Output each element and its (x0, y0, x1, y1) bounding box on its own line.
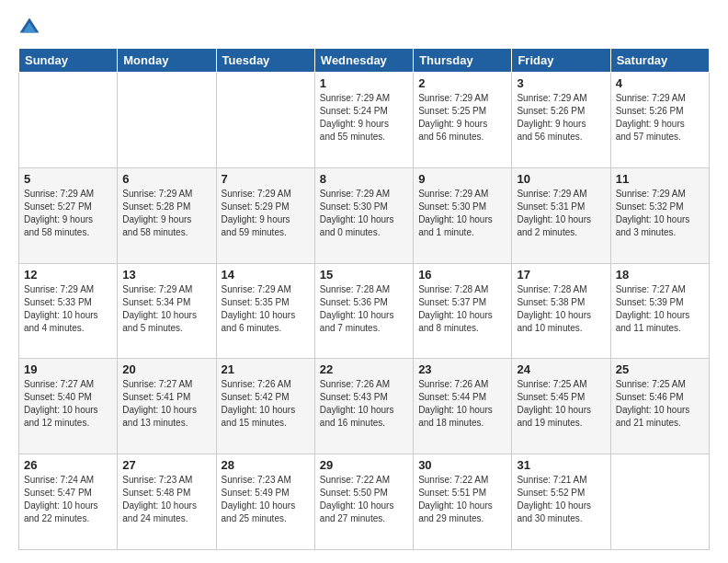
calendar-week-row: 12Sunrise: 7:29 AMSunset: 5:33 PMDayligh… (19, 263, 710, 359)
day-detail: Sunrise: 7:29 AMSunset: 5:30 PMDaylight:… (418, 188, 506, 239)
day-number: 19 (24, 362, 112, 376)
day-detail: Sunrise: 7:25 AMSunset: 5:45 PMDaylight:… (517, 378, 605, 430)
day-number: 11 (616, 172, 704, 186)
day-detail: Sunrise: 7:27 AMSunset: 5:40 PMDaylight:… (24, 378, 112, 430)
calendar-cell: 29Sunrise: 7:22 AMSunset: 5:50 PMDayligh… (314, 454, 413, 550)
day-number: 27 (122, 458, 210, 472)
day-detail: Sunrise: 7:29 AMSunset: 5:29 PMDaylight:… (222, 188, 310, 239)
day-number: 13 (122, 268, 210, 282)
header (18, 17, 710, 39)
day-detail: Sunrise: 7:27 AMSunset: 5:39 PMDaylight:… (616, 283, 704, 335)
day-detail: Sunrise: 7:28 AMSunset: 5:38 PMDaylight:… (517, 283, 605, 335)
weekday-header: Saturday (610, 49, 709, 73)
day-number: 25 (616, 362, 704, 376)
weekday-header: Friday (512, 49, 610, 73)
day-detail: Sunrise: 7:22 AMSunset: 5:50 PMDaylight:… (320, 474, 408, 525)
calendar-cell: 5Sunrise: 7:29 AMSunset: 5:27 PMDaylight… (19, 167, 118, 263)
day-detail: Sunrise: 7:29 AMSunset: 5:34 PMDaylight:… (122, 283, 210, 335)
day-number: 6 (122, 172, 210, 186)
page: SundayMondayTuesdayWednesdayThursdayFrid… (0, 0, 728, 563)
calendar-cell (19, 73, 118, 168)
calendar-cell (610, 454, 709, 550)
day-number: 7 (222, 172, 310, 186)
calendar-cell (118, 73, 216, 168)
day-detail: Sunrise: 7:29 AMSunset: 5:24 PMDaylight:… (320, 92, 408, 144)
day-number: 30 (418, 458, 506, 472)
day-detail: Sunrise: 7:29 AMSunset: 5:26 PMDaylight:… (616, 92, 704, 144)
day-detail: Sunrise: 7:28 AMSunset: 5:36 PMDaylight:… (320, 283, 408, 335)
day-number: 15 (320, 268, 408, 282)
day-detail: Sunrise: 7:23 AMSunset: 5:49 PMDaylight:… (222, 474, 310, 525)
day-detail: Sunrise: 7:26 AMSunset: 5:42 PMDaylight:… (222, 378, 310, 430)
day-number: 10 (517, 172, 605, 186)
calendar-cell: 14Sunrise: 7:29 AMSunset: 5:35 PMDayligh… (216, 263, 314, 359)
calendar-week-row: 19Sunrise: 7:27 AMSunset: 5:40 PMDayligh… (19, 359, 710, 454)
calendar-cell: 6Sunrise: 7:29 AMSunset: 5:28 PMDaylight… (118, 167, 216, 263)
day-detail: Sunrise: 7:24 AMSunset: 5:47 PMDaylight:… (24, 474, 112, 525)
day-detail: Sunrise: 7:28 AMSunset: 5:37 PMDaylight:… (418, 283, 506, 335)
day-number: 9 (418, 172, 506, 186)
day-number: 8 (320, 172, 408, 186)
weekday-header: Tuesday (216, 49, 314, 73)
calendar-cell: 24Sunrise: 7:25 AMSunset: 5:45 PMDayligh… (512, 359, 610, 454)
calendar-cell: 9Sunrise: 7:29 AMSunset: 5:30 PMDaylight… (414, 167, 512, 263)
day-number: 14 (222, 268, 310, 282)
day-number: 28 (222, 458, 310, 472)
calendar-cell: 19Sunrise: 7:27 AMSunset: 5:40 PMDayligh… (19, 359, 118, 454)
day-number: 26 (24, 458, 112, 472)
day-detail: Sunrise: 7:25 AMSunset: 5:46 PMDaylight:… (616, 378, 704, 430)
day-number: 2 (418, 76, 506, 90)
day-detail: Sunrise: 7:26 AMSunset: 5:43 PMDaylight:… (320, 378, 408, 430)
day-number: 12 (24, 268, 112, 282)
calendar-cell: 22Sunrise: 7:26 AMSunset: 5:43 PMDayligh… (314, 359, 413, 454)
calendar-cell: 15Sunrise: 7:28 AMSunset: 5:36 PMDayligh… (314, 263, 413, 359)
calendar-cell: 26Sunrise: 7:24 AMSunset: 5:47 PMDayligh… (19, 454, 118, 550)
calendar-cell: 27Sunrise: 7:23 AMSunset: 5:48 PMDayligh… (118, 454, 216, 550)
calendar-cell: 10Sunrise: 7:29 AMSunset: 5:31 PMDayligh… (512, 167, 610, 263)
calendar-cell: 18Sunrise: 7:27 AMSunset: 5:39 PMDayligh… (610, 263, 709, 359)
calendar-cell: 2Sunrise: 7:29 AMSunset: 5:25 PMDaylight… (414, 73, 512, 168)
weekday-header: Wednesday (314, 49, 413, 73)
calendar-cell: 16Sunrise: 7:28 AMSunset: 5:37 PMDayligh… (414, 263, 512, 359)
calendar-cell: 7Sunrise: 7:29 AMSunset: 5:29 PMDaylight… (216, 167, 314, 263)
logo (18, 17, 44, 39)
day-number: 31 (517, 458, 605, 472)
calendar-cell: 11Sunrise: 7:29 AMSunset: 5:32 PMDayligh… (610, 167, 709, 263)
calendar-cell: 20Sunrise: 7:27 AMSunset: 5:41 PMDayligh… (118, 359, 216, 454)
day-detail: Sunrise: 7:29 AMSunset: 5:35 PMDaylight:… (222, 283, 310, 335)
day-detail: Sunrise: 7:21 AMSunset: 5:52 PMDaylight:… (517, 474, 605, 525)
logo-icon (18, 17, 40, 39)
day-detail: Sunrise: 7:27 AMSunset: 5:41 PMDaylight:… (122, 378, 210, 430)
day-detail: Sunrise: 7:29 AMSunset: 5:33 PMDaylight:… (24, 283, 112, 335)
day-number: 17 (517, 268, 605, 282)
calendar-cell: 8Sunrise: 7:29 AMSunset: 5:30 PMDaylight… (314, 167, 413, 263)
day-number: 16 (418, 268, 506, 282)
calendar-cell: 30Sunrise: 7:22 AMSunset: 5:51 PMDayligh… (414, 454, 512, 550)
calendar-week-row: 1Sunrise: 7:29 AMSunset: 5:24 PMDaylight… (19, 73, 710, 168)
calendar-cell: 4Sunrise: 7:29 AMSunset: 5:26 PMDaylight… (610, 73, 709, 168)
day-detail: Sunrise: 7:29 AMSunset: 5:26 PMDaylight:… (517, 92, 605, 144)
day-number: 23 (418, 362, 506, 376)
calendar-week-row: 26Sunrise: 7:24 AMSunset: 5:47 PMDayligh… (19, 454, 710, 550)
day-number: 18 (616, 268, 704, 282)
day-detail: Sunrise: 7:26 AMSunset: 5:44 PMDaylight:… (418, 378, 506, 430)
day-number: 4 (616, 76, 704, 90)
calendar-cell: 23Sunrise: 7:26 AMSunset: 5:44 PMDayligh… (414, 359, 512, 454)
calendar-cell: 28Sunrise: 7:23 AMSunset: 5:49 PMDayligh… (216, 454, 314, 550)
calendar-cell: 31Sunrise: 7:21 AMSunset: 5:52 PMDayligh… (512, 454, 610, 550)
calendar: SundayMondayTuesdayWednesdayThursdayFrid… (18, 48, 710, 550)
day-detail: Sunrise: 7:29 AMSunset: 5:25 PMDaylight:… (418, 92, 506, 144)
day-number: 1 (320, 76, 408, 90)
calendar-cell: 21Sunrise: 7:26 AMSunset: 5:42 PMDayligh… (216, 359, 314, 454)
day-number: 3 (517, 76, 605, 90)
day-number: 5 (24, 172, 112, 186)
day-detail: Sunrise: 7:23 AMSunset: 5:48 PMDaylight:… (122, 474, 210, 525)
weekday-header: Sunday (19, 49, 118, 73)
calendar-cell: 25Sunrise: 7:25 AMSunset: 5:46 PMDayligh… (610, 359, 709, 454)
day-detail: Sunrise: 7:29 AMSunset: 5:27 PMDaylight:… (24, 188, 112, 239)
calendar-week-row: 5Sunrise: 7:29 AMSunset: 5:27 PMDaylight… (19, 167, 710, 263)
day-number: 20 (122, 362, 210, 376)
weekday-header: Thursday (414, 49, 512, 73)
day-detail: Sunrise: 7:22 AMSunset: 5:51 PMDaylight:… (418, 474, 506, 525)
day-detail: Sunrise: 7:29 AMSunset: 5:28 PMDaylight:… (122, 188, 210, 239)
